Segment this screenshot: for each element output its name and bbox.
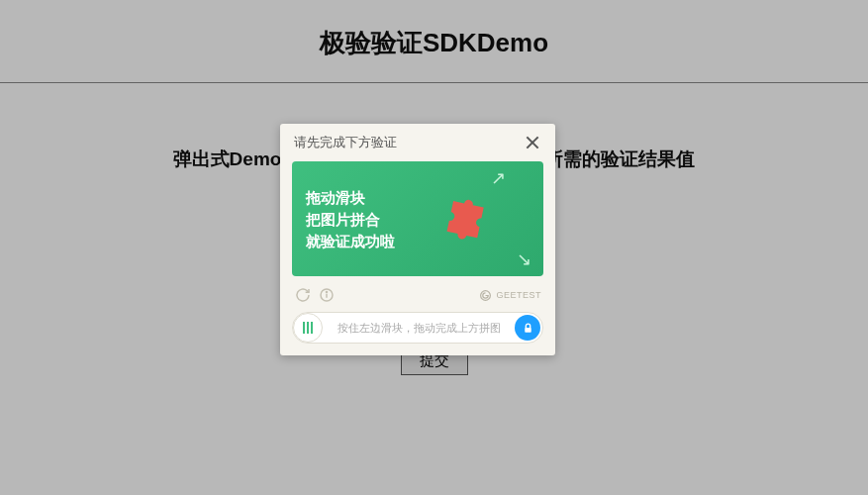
grip-icon [303,322,313,334]
lock-icon [515,315,540,341]
slider-hint: 按住左边滑块，拖动完成上方拼图 [323,321,542,336]
arrow-icon: ↗ [491,167,506,189]
slider-handle[interactable] [293,313,323,343]
info-icon[interactable] [318,286,336,304]
captcha-modal: 请先完成下方验证 拖动滑块 把图片拼合 就验证成功啦 ↗ ↘ GEETEST 按… [280,124,555,355]
puzzle-piece-icon [434,188,499,253]
brand-label: GEETEST [496,290,541,300]
puzzle-line1: 拖动滑块 [306,187,543,209]
slider-track[interactable]: 按住左边滑块，拖动完成上方拼图 [292,312,543,344]
arrow-icon: ↘ [517,248,531,270]
geetest-brand: GEETEST [479,289,541,302]
geetest-logo-icon [479,289,492,302]
captcha-toolbar: GEETEST [280,282,555,306]
refresh-icon[interactable] [294,286,312,304]
modal-title: 请先完成下方验证 [294,134,397,151]
close-icon[interactable] [524,134,541,151]
puzzle-line3: 就验证成功啦 [306,231,543,252]
svg-rect-4 [525,327,531,332]
svg-point-2 [326,291,327,292]
puzzle-line2: 把图片拼合 [306,209,543,231]
captcha-image: 拖动滑块 把图片拼合 就验证成功啦 ↗ ↘ [292,161,543,276]
